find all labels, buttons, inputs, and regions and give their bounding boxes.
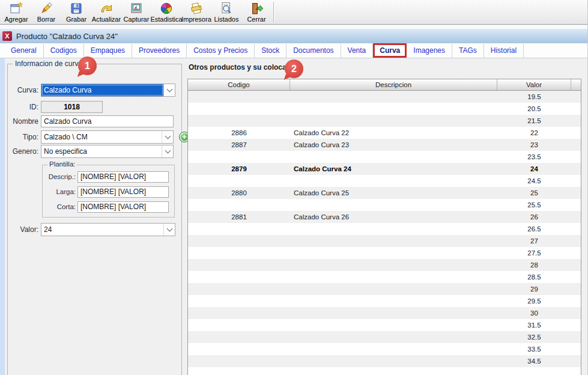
tab[interactable]: Imagenes [407,44,452,58]
table-row[interactable]: 2880 Calzado Curva 25 25 [188,187,581,199]
cell-descripcion [290,283,497,295]
cell-codigo [188,343,290,355]
tab[interactable]: Historial [484,44,524,58]
table-row[interactable]: 2887 Calzado Curva 23 23 [188,139,581,151]
tab[interactable]: Stock [255,44,286,58]
valor-dropdown-button[interactable] [163,224,175,236]
id-field: 1018 [41,101,103,113]
toolbar-button-label: Borrar [37,16,56,23]
table-row[interactable]: 23.5 [188,151,581,163]
cell-descripcion [290,247,497,259]
cell-valor: 29 [497,283,571,295]
table-row[interactable]: 31.5 [188,319,581,331]
cell-codigo [188,103,290,115]
table-row[interactable]: 21.5 [188,115,581,127]
table-row[interactable]: 26.5 [188,223,581,235]
cell-valor: 23.5 [497,151,571,163]
cell-codigo [188,295,290,307]
column-header-valor[interactable]: Valor [497,79,571,90]
toolbar-button-icon [219,1,234,16]
toolbar-button[interactable]: Grabar [61,0,91,24]
column-header-filler [571,79,581,90]
valor-label: Valor: [8,225,41,234]
cell-codigo [188,271,290,283]
table-row[interactable]: 2886 Calzado Curva 22 22 [188,127,581,139]
table-row[interactable]: 28.5 [188,271,581,283]
content-area: Informacion de curva Curva: Calzado Curv… [0,58,588,375]
table-row[interactable]: 2881 Calzado Curva 26 26 [188,211,581,223]
column-header-descripcion[interactable]: Descripcion [290,79,497,90]
tipo-dropdown-button[interactable] [162,131,173,143]
tab[interactable]: TAGs [452,44,484,58]
tab[interactable]: Documentos [286,44,341,58]
toolbar-button[interactable]: Cerrar [241,0,271,24]
table-row[interactable]: 30 [188,307,581,319]
corta-label: Corta: [44,203,77,210]
table-row[interactable]: 27.5 [188,247,581,259]
cell-filler [571,187,581,199]
toolbar-button-label: Capturar [124,16,150,23]
tab[interactable]: Proveedores [132,44,187,58]
table-row[interactable]: 29 [188,283,581,295]
window-titlebar: X Producto "Calzado Curva 24" [0,29,588,43]
table-row[interactable]: 25.5 [188,199,581,211]
toolbar-button[interactable]: Agregar [1,0,31,24]
cell-descripcion: Calzado Curva 26 [290,211,497,223]
table-row[interactable]: 29.5 [188,295,581,307]
cell-valor: 27 [497,235,571,247]
tab[interactable]: Empaques [84,44,132,58]
table-row[interactable]: 28 [188,259,581,271]
toolbar-button[interactable]: Actualizar [91,0,121,24]
table-row[interactable]: 34.5 [188,355,581,367]
tipo-combobox[interactable]: Calzado \ CM [41,130,174,144]
curve-info-groupbox: Informacion de curva Curva: Calzado Curv… [7,64,182,375]
corta-template-input[interactable] [77,201,169,213]
cell-descripcion: Calzado Curva 25 [290,187,497,199]
cell-descripcion [290,223,497,235]
column-header-codigo[interactable]: Codigo [188,79,290,90]
toolbar-button[interactable]: Listados [211,0,241,24]
tab[interactable]: Venta [341,44,374,58]
larga-template-input[interactable] [77,186,169,198]
cell-descripcion [290,295,497,307]
cell-filler [571,103,581,115]
cell-valor: 24.5 [497,175,571,187]
cell-descripcion [290,355,497,367]
cell-codigo [188,319,290,331]
valor-combobox-value: 24 [41,224,163,236]
cell-valor: 26 [497,211,571,223]
curva-dropdown-button[interactable] [163,84,175,96]
app-window: Agregar Borrar Grabar Actualizar Captura… [0,0,588,375]
genero-combobox[interactable]: No especifica [41,145,174,158]
toolbar-button[interactable]: Estadistica [151,0,181,24]
table-row[interactable]: 33.5 [188,343,581,355]
valor-combobox[interactable]: 24 [41,223,175,236]
table-row[interactable]: 24.5 [188,175,581,187]
descrip-template-input[interactable] [77,171,169,183]
curva-label: Curva: [8,86,41,94]
cell-filler [571,223,581,235]
table-row[interactable]: 27 [188,235,581,247]
toolbar-button-icon [249,1,264,16]
tab[interactable]: General [4,44,44,58]
toolbar-button[interactable]: Borrar [31,0,61,24]
toolbar-button[interactable]: Capturar [121,0,151,24]
cell-descripcion [290,175,497,187]
table-row[interactable]: 19.5 [188,91,581,103]
cell-codigo [188,151,290,163]
table-row[interactable]: 20.5 [188,103,581,115]
cell-codigo [188,331,290,343]
cell-filler [571,127,581,139]
genero-dropdown-button[interactable] [162,145,173,157]
cell-filler [571,295,581,307]
nombre-input[interactable] [41,115,174,127]
cell-valor: 29.5 [497,295,571,307]
tab[interactable]: Curva [373,43,407,58]
curva-combobox[interactable]: Calzado Curva [41,84,175,97]
tab[interactable]: Costos y Precios [187,44,255,58]
cell-descripcion [290,151,497,163]
table-row[interactable]: 2879 Calzado Curva 24 24 [188,163,581,175]
tab[interactable]: Codigos [44,44,84,58]
toolbar-button[interactable]: Impresora [181,0,211,24]
table-row[interactable]: 32.5 [188,331,581,343]
